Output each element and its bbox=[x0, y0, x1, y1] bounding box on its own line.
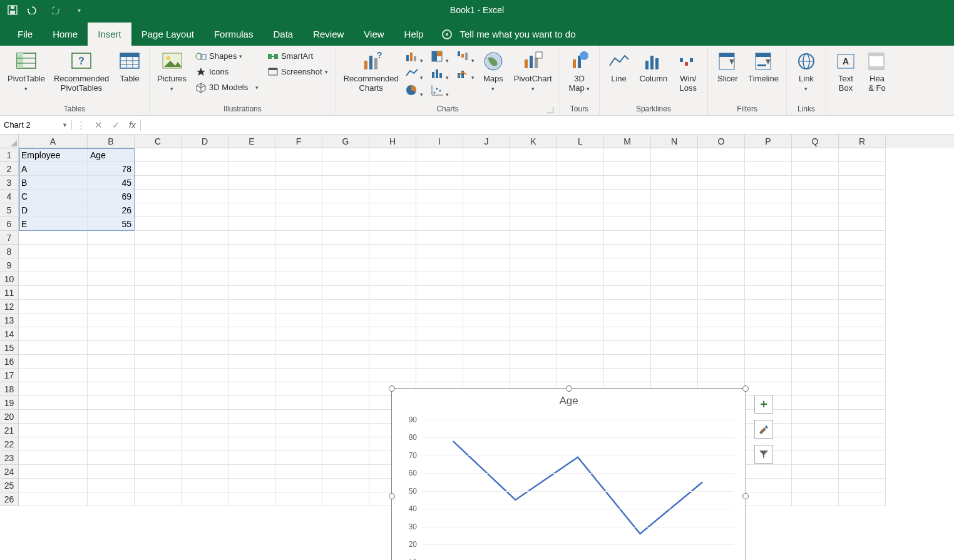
timeline-button[interactable]: Timeline bbox=[746, 48, 781, 84]
cell[interactable] bbox=[745, 479, 792, 492]
cell[interactable] bbox=[651, 148, 698, 162]
cell[interactable] bbox=[745, 300, 792, 313]
pivottable-button[interactable]: PivotTable▾ bbox=[5, 48, 48, 93]
cell[interactable] bbox=[557, 272, 604, 286]
redo-icon[interactable]: ▾ bbox=[52, 6, 69, 14]
tab-formulas[interactable]: Formulas bbox=[204, 23, 264, 46]
cell[interactable]: C bbox=[19, 190, 88, 203]
cell[interactable] bbox=[745, 369, 792, 382]
cell[interactable] bbox=[557, 327, 604, 341]
cell[interactable] bbox=[228, 313, 275, 327]
cell[interactable] bbox=[369, 245, 416, 258]
cell[interactable] bbox=[557, 300, 604, 313]
cell[interactable] bbox=[698, 300, 745, 313]
cell[interactable] bbox=[463, 203, 510, 217]
cell[interactable] bbox=[463, 313, 510, 327]
cell[interactable] bbox=[651, 327, 698, 341]
cell[interactable] bbox=[651, 176, 698, 190]
cell[interactable] bbox=[88, 245, 135, 258]
cell[interactable] bbox=[604, 190, 651, 203]
cell[interactable] bbox=[182, 203, 228, 217]
row-header[interactable]: 8 bbox=[0, 245, 19, 258]
cell[interactable] bbox=[228, 190, 275, 203]
cell[interactable] bbox=[792, 286, 839, 300]
cell[interactable] bbox=[228, 492, 275, 506]
cell[interactable] bbox=[463, 162, 510, 176]
cell[interactable] bbox=[463, 231, 510, 245]
cell[interactable] bbox=[792, 300, 839, 313]
cell[interactable] bbox=[416, 355, 463, 369]
cell[interactable] bbox=[228, 176, 275, 190]
cell[interactable] bbox=[135, 231, 182, 245]
cell[interactable] bbox=[275, 272, 322, 286]
cell[interactable] bbox=[88, 479, 135, 492]
cell[interactable] bbox=[182, 327, 228, 341]
cell[interactable] bbox=[322, 162, 369, 176]
cell[interactable] bbox=[510, 300, 557, 313]
cell[interactable]: E bbox=[19, 217, 88, 231]
cell[interactable] bbox=[651, 217, 698, 231]
cell[interactable] bbox=[557, 203, 604, 217]
cell[interactable] bbox=[369, 369, 416, 382]
cell[interactable] bbox=[416, 327, 463, 341]
tab-insert[interactable]: Insert bbox=[88, 23, 131, 46]
slicer-button[interactable]: Slicer bbox=[713, 48, 742, 84]
col-header[interactable]: F bbox=[275, 135, 322, 148]
cell[interactable]: 69 bbox=[88, 190, 135, 203]
cell[interactable] bbox=[88, 341, 135, 355]
cell[interactable] bbox=[604, 176, 651, 190]
cell[interactable] bbox=[228, 300, 275, 313]
cell[interactable] bbox=[182, 190, 228, 203]
cell[interactable] bbox=[463, 258, 510, 272]
cell[interactable] bbox=[275, 437, 322, 451]
col-header[interactable]: D bbox=[182, 135, 228, 148]
cell[interactable] bbox=[19, 327, 88, 341]
cell[interactable] bbox=[88, 410, 135, 424]
cell[interactable]: Employee bbox=[19, 148, 88, 162]
cell[interactable] bbox=[275, 451, 322, 465]
cell[interactable]: D bbox=[19, 203, 88, 217]
cell[interactable] bbox=[182, 492, 228, 506]
row-header[interactable]: 11 bbox=[0, 286, 19, 300]
cell[interactable] bbox=[19, 396, 88, 410]
cell[interactable] bbox=[135, 203, 182, 217]
cell[interactable] bbox=[88, 369, 135, 382]
cell[interactable] bbox=[698, 217, 745, 231]
cell[interactable] bbox=[182, 313, 228, 327]
cell[interactable] bbox=[228, 382, 275, 396]
cell[interactable] bbox=[228, 245, 275, 258]
cell[interactable] bbox=[463, 300, 510, 313]
cell[interactable] bbox=[839, 217, 886, 231]
cell[interactable] bbox=[135, 217, 182, 231]
name-box-dropdown-icon[interactable]: ▼ bbox=[62, 122, 68, 128]
cell[interactable] bbox=[275, 341, 322, 355]
cell[interactable] bbox=[182, 258, 228, 272]
cell[interactable] bbox=[416, 313, 463, 327]
screenshot-button[interactable]: Screenshot ▾ bbox=[265, 64, 331, 79]
cell[interactable] bbox=[322, 451, 369, 465]
cell[interactable] bbox=[698, 176, 745, 190]
select-all-button[interactable] bbox=[0, 135, 19, 148]
tab-review[interactable]: Review bbox=[303, 23, 354, 46]
cell[interactable] bbox=[792, 176, 839, 190]
cell[interactable] bbox=[651, 203, 698, 217]
cell[interactable] bbox=[135, 258, 182, 272]
cell[interactable] bbox=[369, 203, 416, 217]
cell[interactable] bbox=[839, 203, 886, 217]
cell[interactable] bbox=[322, 465, 369, 479]
cell[interactable] bbox=[88, 492, 135, 506]
cell[interactable] bbox=[275, 327, 322, 341]
cell[interactable] bbox=[182, 148, 228, 162]
cell[interactable] bbox=[792, 451, 839, 465]
cell[interactable] bbox=[651, 341, 698, 355]
cell[interactable] bbox=[322, 148, 369, 162]
cell[interactable] bbox=[19, 479, 88, 492]
cell[interactable] bbox=[275, 492, 322, 506]
cell[interactable] bbox=[416, 341, 463, 355]
col-header[interactable]: K bbox=[510, 135, 557, 148]
textbox-button[interactable]: A Text Box bbox=[831, 48, 860, 93]
cell[interactable] bbox=[557, 369, 604, 382]
cell[interactable] bbox=[228, 217, 275, 231]
cell[interactable] bbox=[745, 492, 792, 506]
cancel-icon[interactable]: ✕ bbox=[95, 120, 103, 131]
